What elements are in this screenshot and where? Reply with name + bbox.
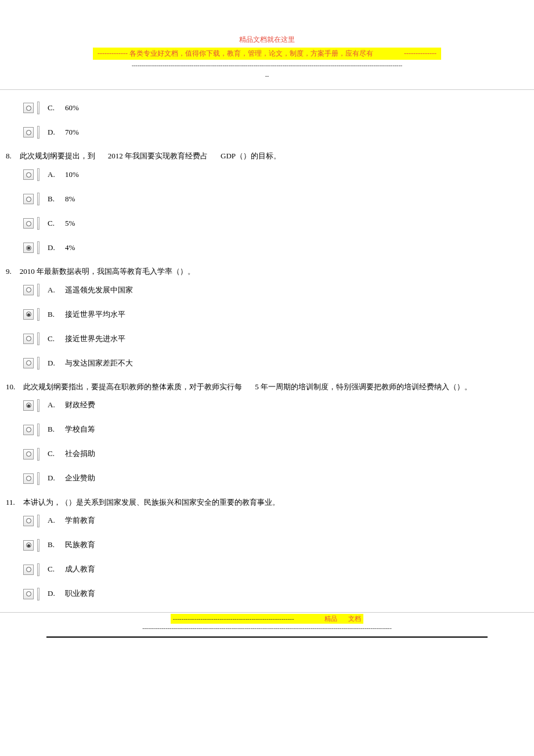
radio-button[interactable] [23, 285, 34, 295]
radio-circle-icon [26, 336, 31, 341]
previous-question-options: C.60%D.70% [6, 102, 528, 139]
question-number: 11. [6, 498, 15, 507]
option-letter: C. [48, 448, 65, 460]
radio-button[interactable] [23, 516, 34, 526]
option-row: B.民族教育 [23, 539, 528, 552]
radio-button[interactable] [23, 400, 34, 411]
option-text: 职业教育 [65, 588, 95, 600]
header-dash-right: -------------- [404, 49, 436, 57]
radio-bar-icon [37, 102, 39, 114]
question-stem-part: 2012 年我国要实现教育经费占 [108, 151, 208, 160]
radio-bar-icon [37, 424, 39, 436]
radio-button[interactable] [23, 449, 34, 460]
option-letter: A. [48, 284, 65, 296]
header-dashes-2: -- [0, 71, 534, 81]
radio-circle-icon [26, 591, 31, 596]
radio-button[interactable] [23, 425, 34, 435]
radio-circle-icon [26, 403, 31, 408]
option-text: 成人教育 [65, 563, 95, 576]
option-letter: D. [48, 588, 65, 600]
radio-bar-icon [37, 308, 39, 321]
radio-bar-icon [37, 241, 39, 254]
radio-button[interactable] [23, 589, 34, 599]
questions-list: 8.此次规划纲要提出，到2012 年我国要实现教育经费占GDP（）的目标。A.1… [6, 150, 528, 600]
footer-dashes-left: ----------------------------------------… [173, 615, 294, 622]
option-row: C.60% [23, 102, 528, 114]
radio-button[interactable] [23, 218, 34, 229]
option-row: D.职业教育 [23, 588, 528, 601]
option-text: 4% [65, 242, 75, 254]
option-letter: A. [48, 515, 65, 527]
option-text: 财政经费 [65, 399, 95, 411]
option-row: A.10% [23, 168, 528, 181]
footer-label-2: 文档 [348, 615, 361, 622]
option-letter: B. [48, 424, 65, 436]
radio-button[interactable] [23, 103, 34, 113]
question-stem: 9.2010 年最新数据表明，我国高等教育毛入学率（）。 [6, 266, 528, 284]
question-stem: 8.此次规划纲要提出，到2012 年我国要实现教育经费占GDP（）的目标。 [6, 150, 528, 168]
footer-dashes-bottom: ----------------------------------------… [87, 624, 447, 633]
question-stem-part: 此次规划纲要提出，到 [20, 151, 95, 160]
question-number: 9. [6, 267, 12, 276]
radio-circle-icon [26, 518, 31, 523]
option-text: 学前教育 [65, 515, 95, 527]
question-stem: 10.此次规划纲要指出，要提高在职教师的整体素质，对于教师实行每5 年一周期的培… [6, 381, 528, 399]
radio-bar-icon [37, 193, 39, 205]
radio-button[interactable] [23, 127, 34, 138]
question-stem-part: 5 年一周期的培训制度，特别强调要把教师的培训经费纳入（）。 [255, 382, 472, 391]
footer-rule [46, 636, 488, 638]
option-letter: C. [48, 218, 65, 230]
option-row: C.成人教育 [23, 563, 528, 576]
radio-button[interactable] [23, 169, 34, 180]
option-row: C.接近世界先进水平 [23, 332, 528, 345]
option-letter: A. [48, 169, 65, 181]
radio-bar-icon [37, 563, 39, 576]
question-stem-part: 2010 年最新数据表明，我国高等教育毛入学率（）。 [20, 267, 195, 276]
radio-circle-icon [26, 312, 31, 317]
radio-bar-icon [37, 448, 39, 461]
option-row: B.接近世界平均水平 [23, 308, 528, 321]
radio-button[interactable] [23, 243, 34, 253]
option-text: 70% [65, 126, 79, 139]
header-subtitle: ------------- 各类专业好文档，值得你下载，教育，管理，论文，制度，… [93, 48, 441, 60]
radio-circle-icon [26, 106, 31, 111]
radio-button[interactable] [23, 309, 34, 320]
option-text: 接近世界平均水平 [65, 309, 125, 321]
radio-button[interactable] [23, 540, 34, 551]
option-row: B.8% [23, 193, 528, 205]
option-text: 10% [65, 169, 79, 181]
option-text: 社会捐助 [65, 448, 95, 460]
radio-bar-icon [37, 126, 39, 139]
option-letter: B. [48, 309, 65, 321]
radio-circle-icon [26, 221, 31, 226]
radio-button[interactable] [23, 473, 34, 484]
radio-button[interactable] [23, 358, 34, 368]
radio-bar-icon [37, 332, 39, 345]
question-number: 10. [6, 382, 15, 391]
option-text: 8% [65, 193, 75, 205]
option-row: A.遥遥领先发展中国家 [23, 284, 528, 296]
option-letter: C. [48, 102, 65, 114]
radio-button[interactable] [23, 565, 34, 575]
option-row: A.财政经费 [23, 399, 528, 412]
question-stem-part: 此次规划纲要指出，要提高在职教师的整体素质，对于教师实行每 [23, 382, 242, 391]
radio-button[interactable] [23, 194, 34, 204]
option-text: 60% [65, 102, 79, 114]
radio-button[interactable] [23, 334, 34, 344]
option-text: 民族教育 [65, 539, 95, 551]
question-stem: 11.本讲认为，（）是关系到国家发展、民族振兴和国家安全的重要的教育事业。 [6, 497, 528, 515]
question: 9.2010 年最新数据表明，我国高等教育毛入学率（）。A.遥遥领先发展中国家B… [6, 266, 528, 370]
radio-bar-icon [37, 588, 39, 601]
question: 11.本讲认为，（）是关系到国家发展、民族振兴和国家安全的重要的教育事业。A.学… [6, 497, 528, 601]
radio-circle-icon [26, 360, 31, 366]
option-row: B.学校自筹 [23, 424, 528, 436]
radio-circle-icon [26, 172, 31, 178]
radio-bar-icon [37, 217, 39, 230]
option-letter: D. [48, 357, 65, 370]
radio-bar-icon [37, 168, 39, 181]
option-row: C.社会捐助 [23, 448, 528, 461]
footer-label-1: 精品 [324, 615, 337, 622]
header-subtitle-text: 各类专业好文档，值得你下载，教育，管理，论文，制度，方案手册，应有尽有 [129, 49, 373, 57]
header-dash-left: ------------- [98, 49, 128, 57]
radio-bar-icon [37, 284, 39, 296]
